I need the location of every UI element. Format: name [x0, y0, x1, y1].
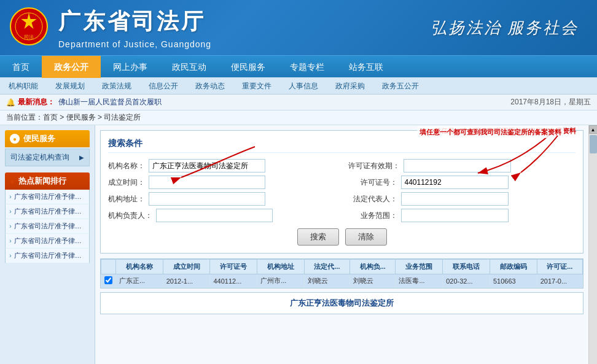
- table-col-checkbox: [101, 260, 116, 274]
- search-label-head: 机构负责人：: [108, 211, 152, 221]
- scrollbar[interactable]: ▲ ▼: [588, 125, 597, 364]
- nav-sec-zhengce[interactable]: 政策法规: [93, 77, 140, 95]
- nav-zhanwu[interactable]: 站务互联: [337, 56, 396, 78]
- table-cell-org-name: 广东正...: [116, 274, 163, 288]
- search-row-head: 机构负责人：: [108, 209, 336, 222]
- search-row-legal-rep: 法定代表人：: [348, 192, 576, 206]
- sidebar-service-header: ● 便民服务: [5, 130, 90, 147]
- search-box: 搜索条件 机构名称： 成立时间： 机构地址：: [100, 130, 583, 254]
- table-col-license-exp: 许可证...: [537, 260, 582, 274]
- table-cell-checkbox[interactable]: [101, 274, 116, 288]
- sidebar-service-icon: ●: [10, 134, 20, 144]
- header-title-en: Department of Justice, Guangdong: [58, 39, 211, 49]
- search-label-license-validity: 许可证有效期：: [348, 161, 400, 171]
- table-col-org-head: 机构负...: [350, 260, 396, 274]
- table-col-postcode: 邮政编码: [490, 260, 537, 274]
- search-label-address: 机构地址：: [108, 194, 145, 204]
- content-area: 填任意一个都可查到我司司法鉴定所的备案资料 搜索条件: [95, 125, 588, 364]
- result-card-text: 广东正亨法医毒物司法鉴定所: [290, 298, 394, 308]
- sidebar-nav-item-query[interactable]: 司法鉴定机构查询 ▶: [5, 149, 90, 166]
- search-input-found-date[interactable]: [149, 176, 265, 189]
- sidebar-news-item-4[interactable]: 广东省司法厅准予律师执业行政...: [5, 234, 90, 249]
- table-cell-found-date: 2012-1...: [163, 274, 210, 288]
- nav-zhuanti[interactable]: 专题专栏: [278, 56, 337, 78]
- nav-sec-renshi[interactable]: 人事信息: [280, 77, 327, 95]
- search-row-org-name: 机构名称：: [108, 159, 336, 172]
- table-col-phone: 联系电话: [443, 260, 490, 274]
- search-col-left: 机构名称： 成立时间： 机构地址： 机构负责人：: [108, 159, 336, 222]
- search-buttons: 搜索 清除: [108, 228, 576, 246]
- sidebar-news-section: ● 热点新闻排行 广东省司法厅准予律师执业行政... 广东省司法厅准予律师执业行…: [5, 172, 90, 263]
- search-label-business: 业务范围：: [348, 211, 397, 221]
- nav-wangshang[interactable]: 网上办事: [101, 56, 160, 78]
- search-label-found-date: 成立时间：: [108, 177, 145, 188]
- nav-sec-jigou[interactable]: 机构职能: [0, 77, 47, 95]
- nav-sec-fazhan[interactable]: 发展规划: [47, 77, 93, 95]
- search-row-address: 机构地址：: [108, 192, 336, 206]
- sidebar-service-label: 便民服务: [23, 133, 55, 144]
- clear-button[interactable]: 清除: [345, 228, 387, 246]
- search-input-legal-rep[interactable]: [401, 192, 509, 206]
- nav-sec-caigou[interactable]: 政府采购: [327, 77, 373, 95]
- nav-sec-dongtai[interactable]: 政务动态: [187, 77, 233, 95]
- table-cell-address: 广州市...: [257, 274, 305, 288]
- ticker-icon: 🔔: [6, 98, 15, 107]
- sidebar-news-item-5[interactable]: 广东省司法厅准予律师执业行政...: [5, 249, 90, 263]
- header-slogan-text: 弘扬法治 服务社会: [431, 17, 579, 39]
- table-cell-postcode: 510663: [490, 274, 537, 288]
- table-col-org-name: 机构名称: [116, 260, 163, 274]
- table-col-license-no: 许可证号: [210, 260, 257, 274]
- nav-primary: 首页 政务公开 网上办事 政民互动 便民服务 专题专栏 站务互联: [0, 55, 597, 77]
- nav-sec-xinxi[interactable]: 信息公开: [140, 77, 187, 95]
- row-checkbox[interactable]: [104, 276, 112, 284]
- search-box-title: 搜索条件: [108, 138, 576, 153]
- sidebar-news-item-1[interactable]: 广东省司法厅准予律师执业行政...: [5, 190, 90, 204]
- ticker-label: 最新消息：: [18, 97, 55, 107]
- search-input-org-name[interactable]: [149, 159, 265, 172]
- search-row-business: 业务范围：: [348, 209, 576, 222]
- nav-zhengmin[interactable]: 政民互动: [160, 56, 219, 78]
- search-col-right: 许可证有效期： 许可证号： 法定代表人： 业务范围：: [348, 159, 576, 222]
- search-input-address[interactable]: [149, 192, 265, 206]
- sidebar-news-icon: ●: [10, 177, 15, 186]
- search-grid: 机构名称： 成立时间： 机构地址： 机构负责人：: [108, 159, 576, 222]
- search-row-license-no: 许可证号：: [348, 176, 576, 189]
- table-cell-license-no: 440112...: [210, 274, 257, 288]
- results-table-el: 机构名称 成立时间 许可证号 机构地址 法定代... 机构负... 业务范围 联…: [101, 259, 583, 288]
- ticker-text[interactable]: 佛山新一届人民监督员首次履职: [58, 97, 162, 107]
- header-title-cn: 广东省司法厅: [58, 7, 211, 37]
- table-row[interactable]: 广东正... 2012-1... 440112... 广州市... 刘晓云 刘晓…: [101, 274, 583, 288]
- table-col-address: 机构地址: [257, 260, 305, 274]
- table-col-legal-rep: 法定代...: [304, 260, 349, 274]
- sidebar-news-label: 热点新闻排行: [18, 176, 66, 187]
- search-input-business[interactable]: [401, 209, 509, 222]
- results-table: 机构名称 成立时间 许可证号 机构地址 法定代... 机构负... 业务范围 联…: [100, 258, 583, 288]
- search-button[interactable]: 搜索: [297, 228, 339, 246]
- table-col-found-date: 成立时间: [163, 260, 210, 274]
- ticker-bar: 🔔 最新消息： 佛山新一届人民监督员首次履职 2017年8月18日，星期五: [0, 95, 597, 110]
- search-input-license-validity[interactable]: [404, 159, 511, 172]
- sidebar-news-item-2[interactable]: 广东省司法厅准予律师执业行政...: [5, 204, 90, 219]
- search-input-head[interactable]: [156, 209, 273, 222]
- nav-zhengwu[interactable]: 政务公开: [42, 56, 101, 78]
- search-row-license-validity: 许可证有效期：: [348, 159, 576, 172]
- search-label-legal-rep: 法定代表人：: [348, 194, 397, 204]
- sidebar-nav-arrow: ▶: [79, 154, 84, 161]
- scroll-thumb[interactable]: [590, 135, 597, 153]
- nav-sec-zhongyao[interactable]: 重要文件: [233, 77, 280, 95]
- nav-secondary: 机构职能 发展规划 政策法规 信息公开 政务动态 重要文件 人事信息 政府采购 …: [0, 77, 597, 95]
- nav-bianmin[interactable]: 便民服务: [219, 56, 278, 78]
- search-input-license-no[interactable]: [401, 176, 509, 189]
- svg-text:司法: 司法: [24, 34, 34, 40]
- header-title-block: 广东省司法厅 Department of Justice, Guangdong: [58, 7, 211, 49]
- nav-sec-wugong[interactable]: 政务五公开: [373, 77, 427, 95]
- search-label-license-no: 许可证号：: [348, 177, 397, 188]
- nav-home[interactable]: 首页: [0, 56, 42, 78]
- sidebar-news-item-3[interactable]: 广东省司法厅准予律师执业行政...: [5, 219, 90, 234]
- logo: 司法: [9, 7, 49, 48]
- table-cell-business: 法医毒...: [396, 274, 443, 288]
- sidebar-news-header: ● 热点新闻排行: [5, 172, 90, 190]
- table-col-business: 业务范围: [396, 260, 443, 274]
- scroll-up[interactable]: ▲: [589, 125, 598, 134]
- header: 司法 广东省司法厅 Department of Justice, Guangdo…: [0, 0, 597, 55]
